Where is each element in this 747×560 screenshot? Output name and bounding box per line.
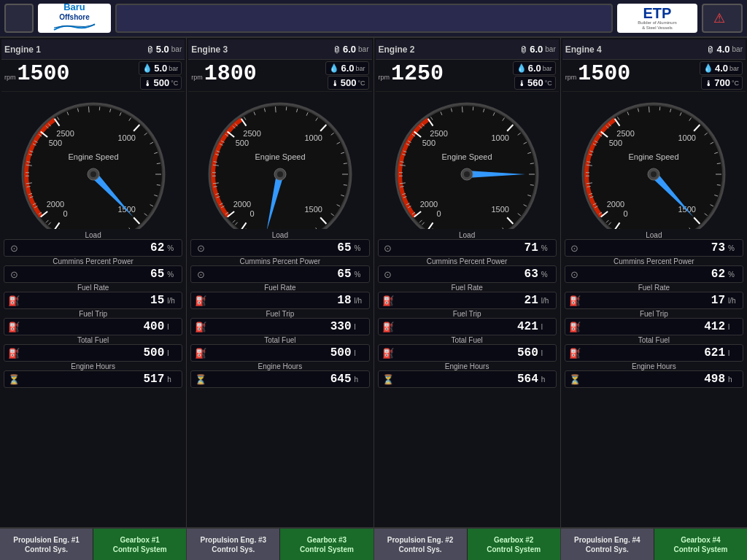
fuel-trip-row: Fuel Trip ⛽ 330 l [190,310,369,335]
svg-text:Engine Speed: Engine Speed [442,152,492,161]
total-fuel-value-box: ⛽ 560 l [378,344,557,362]
engine-hours-icon: ⏳ [194,374,207,385]
gearbox-btn-engine2[interactable]: Gearbox #2 Control System [468,529,560,560]
rpm-value: 1800 [204,61,257,86]
fuel-trip-row: Fuel Trip ⛽ 412 l [565,310,743,335]
svg-text:500: 500 [48,138,61,147]
cummins-value-box: ⊙ 62 % [565,265,743,283]
logo: Baru Offshore [38,4,111,33]
svg-text:2500: 2500 [617,129,635,138]
bottom-section-engine1: Propulsion Eng. #1 Control Sys. Gearbox … [0,529,187,560]
engines-row: Engine 1 🛢 5.0 bar rpm 1500 💧 5.0 bar 🌡 [0,38,747,528]
fuel-rate-icon: ⛽ [382,295,395,306]
cummins-row: Cummins Percent Power ⊙ 65 % [190,257,369,283]
rpm-label: rpm [4,74,16,81]
fuel-trip-value-box: ⛽ 400 l [4,318,182,335]
svg-line-203 [649,106,650,112]
oil-icon: 🛢 [706,45,714,54]
svg-text:Engine Speed: Engine Speed [68,152,118,161]
engine-header-engine4: Engine 4 🛢 4.0 bar [562,39,746,60]
load-icon: ⊙ [194,243,207,254]
total-fuel-icon: ⛽ [382,348,395,359]
engine-hours-row: Engine Hours ⏳ 645 h [190,362,369,388]
svg-point-247 [651,171,657,177]
fuel-trip-row: Fuel Trip ⛽ 421 l [378,310,557,335]
rpm-value: 1500 [578,61,630,86]
total-fuel-icon: ⛽ [568,348,581,359]
engine-panel-engine1: Engine 1 🛢 5.0 bar rpm 1500 💧 5.0 bar 🌡 [0,38,187,527]
bottom-bar: Propulsion Eng. #1 Control Sys. Gearbox … [0,528,747,560]
svg-text:1500: 1500 [492,204,509,213]
fuel-trip-row: Fuel Trip ⛽ 400 l [4,310,182,335]
oil-drop-icon: 💧 [703,63,713,73]
load-icon: ⊙ [382,243,395,254]
engine-hours-row: Engine Hours ⏳ 517 h [4,362,182,388]
fuel-rate-value-box: ⛽ 15 l/h [4,292,182,309]
svg-text:2000: 2000 [420,200,438,209]
propulsion-btn-engine4[interactable]: Propulsion Eng. #4 Control Sys. [561,529,654,560]
total-fuel-row: Total Fuel ⛽ 560 l [378,336,557,362]
engine-hours-row: Engine Hours ⏳ 564 h [378,362,557,388]
data-section-engine2: Load ⊙ 71 % Cummins Percent Power ⊙ 63 %… [376,230,559,526]
fuel-rate-row: Fuel Rate ⛽ 18 l/h [190,284,369,309]
gauge-container-engine3: 05001000150020002500 Engine Speed [188,92,371,230]
svg-point-123 [277,171,283,177]
menu-button[interactable] [4,4,34,33]
fuel-trip-icon: ⛽ [382,322,395,332]
etp-logo: ETP Builder of Aluminum& Steel Vessels [617,4,697,33]
cummins-icon: ⊙ [7,269,20,280]
gauge-svg: 05001000150020002500 Engine Speed [196,94,364,229]
gauge-container-engine4: 05001000150020002500 Engine Speed [562,92,746,230]
svg-text:Engine Speed: Engine Speed [255,152,305,161]
total-fuel-row: Total Fuel ⛽ 621 l [565,336,743,362]
load-icon: ⊙ [568,243,581,254]
svg-text:0: 0 [437,209,441,217]
load-row: Load ⊙ 62 % [4,231,182,257]
bottom-section-engine2: Propulsion Eng. #2 Control Sys. Gearbox … [374,529,561,560]
engine-name-engine2: Engine 2 [379,44,415,55]
total-fuel-value-box: ⛽ 500 l [4,344,182,362]
svg-text:0: 0 [624,209,628,217]
svg-point-61 [90,171,96,177]
oil-drop-icon: 💧 [516,63,527,73]
bottom-section-engine4: Propulsion Eng. #4 Control Sys. Gearbox … [561,529,747,560]
svg-text:2000: 2000 [233,200,251,209]
gearbox-btn-engine3[interactable]: Gearbox #3 Control System [280,529,373,560]
svg-text:2500: 2500 [430,129,447,138]
gearbox-btn-engine4[interactable]: Gearbox #4 Control System [654,529,747,560]
svg-text:1000: 1000 [117,133,135,141]
svg-text:1000: 1000 [304,133,322,141]
engine-name-engine4: Engine 4 [565,44,602,55]
fuel-trip-icon: ⛽ [194,322,207,332]
svg-text:1000: 1000 [492,133,509,141]
cummins-row: Cummins Percent Power ⊙ 62 % [565,257,743,283]
svg-text:1500: 1500 [304,204,322,213]
fuel-trip-icon: ⛽ [7,322,20,332]
temp-icon: 🌡 [331,79,339,88]
cummins-row: Cummins Percent Power ⊙ 65 % [4,257,182,283]
propulsion-btn-engine3[interactable]: Propulsion Eng. #3 Control Sys. [187,529,280,560]
engine-hours-icon: ⏳ [568,374,581,385]
svg-text:0: 0 [249,209,254,217]
svg-text:0: 0 [63,209,67,217]
fuel-rate-value-box: ⛽ 18 l/h [190,292,369,309]
gearbox-btn-engine1[interactable]: Gearbox #1 Control System [93,529,186,560]
cummins-value-box: ⊙ 63 % [378,265,557,283]
oil-pressure-stat: 🛢 5.0 bar [146,44,182,55]
engine-name-engine1: Engine 1 [4,44,41,55]
oil-pressure-stat: 🛢 4.0 bar [706,44,743,55]
propulsion-btn-engine2[interactable]: Propulsion Eng. #2 Control Sys. [374,529,468,560]
fuel-trip-value-box: ⛽ 330 l [190,318,369,335]
cummins-row: Cummins Percent Power ⊙ 63 % [378,257,557,283]
propulsion-btn-engine1[interactable]: Propulsion Eng. #1 Control Sys. [0,529,93,560]
total-fuel-value-box: ⛽ 621 l [565,344,743,362]
load-icon: ⊙ [7,243,20,254]
load-row: Load ⊙ 71 % [378,231,557,257]
alarms-button[interactable]: ⚠ [702,4,743,33]
fuel-rate-icon: ⛽ [568,295,581,306]
svg-line-18 [99,106,100,110]
rpm-label: rpm [191,74,203,81]
load-value-box: ⊙ 71 % [378,239,557,257]
svg-text:2000: 2000 [607,200,624,209]
total-fuel-value-box: ⛽ 500 l [190,344,369,362]
